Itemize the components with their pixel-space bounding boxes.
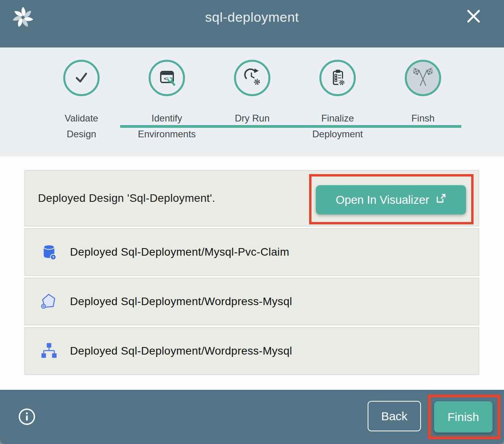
deployed-item-text: Deployed Sql-Deployment/Mysql-Pvc-Claim	[70, 246, 289, 258]
clipboard-gear-icon	[328, 68, 347, 88]
step-identify-environments: <> IdentifyEnvironments	[124, 47, 210, 156]
step-validate-design: ValidateDesign	[39, 47, 124, 156]
close-button[interactable]	[464, 7, 483, 25]
stepper: ValidateDesign <>	[0, 47, 504, 156]
deployed-item-row: Deployed Sql-Deployment/Wordpress-Mysql	[25, 278, 479, 325]
deployed-item-row: ? Deployed Sql-Deployment/Mysql-Pvc-Clai…	[25, 228, 479, 276]
external-link-icon	[435, 193, 446, 207]
code-wrench-icon: <>	[158, 68, 176, 88]
info-button[interactable]	[17, 407, 36, 426]
step-label: IdentifyEnvironments	[124, 110, 210, 142]
step-label: FinalizeDeployment	[295, 110, 380, 142]
deployed-item-text: Deployed Sql-Deployment/Wordpress-Mysql	[70, 345, 292, 357]
deployment-message: Deployed Design 'Sql-Deployment'.	[38, 192, 215, 205]
deployed-item-row: Deployed Sql-Deployment/Wordpress-Mysql	[25, 327, 479, 375]
modal-header: sql-deployment	[0, 0, 504, 47]
open-in-visualizer-button[interactable]: Open In Visualizer	[316, 185, 466, 214]
finish-button[interactable]: Finish	[434, 401, 493, 433]
rerun-gear-icon	[243, 68, 262, 88]
step-label: ValidateDesign	[39, 110, 124, 142]
step-finalize-deployment: FinalizeDeployment	[295, 47, 380, 156]
info-icon	[17, 421, 36, 427]
database-icon: ?	[40, 243, 58, 261]
checkered-flags-icon	[413, 68, 432, 88]
workload-tree-icon	[40, 342, 58, 360]
deployment-results: Deployed Design 'Sql-Deployment'. Open I…	[0, 156, 504, 390]
svg-text:?: ?	[52, 255, 55, 259]
step-dry-run: Dry Run	[210, 47, 295, 156]
pod-pentagon-icon	[40, 292, 58, 311]
deployment-wizard-modal: sql-deployment Va	[0, 0, 504, 444]
back-button[interactable]: Back	[368, 401, 421, 431]
modal-footer: Back Finish	[0, 390, 504, 444]
step-label: Finsh	[380, 110, 466, 126]
modal-title: sql-deployment	[0, 9, 504, 25]
deployed-item-text: Deployed Sql-Deployment/Wordpress-Mysql	[70, 295, 292, 308]
step-label: Dry Run	[210, 110, 295, 126]
deployment-message-row: Deployed Design 'Sql-Deployment'. Open I…	[25, 170, 479, 226]
close-icon	[464, 21, 483, 27]
check-icon	[72, 68, 91, 88]
step-finish: Finsh	[380, 47, 466, 156]
